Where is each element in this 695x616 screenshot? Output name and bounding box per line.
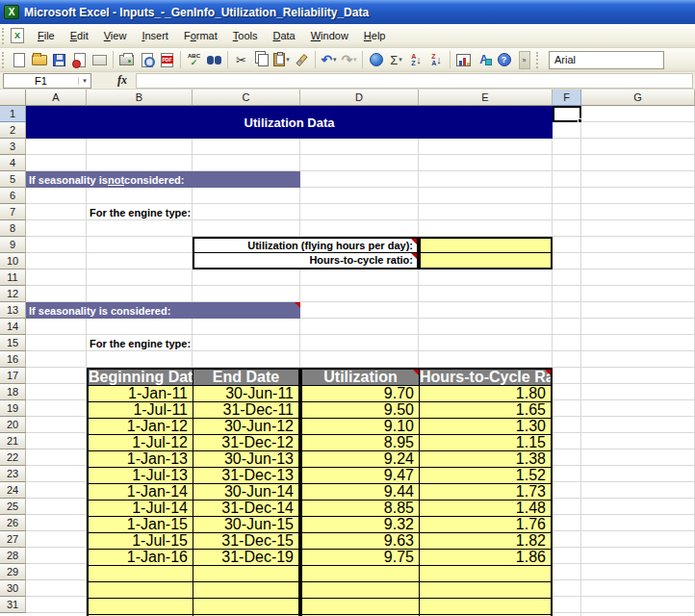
table-cell[interactable]: [302, 582, 419, 598]
column-header-D[interactable]: D: [300, 90, 419, 106]
table-cell[interactable]: 1.76: [419, 517, 551, 532]
table-cell[interactable]: [193, 566, 298, 581]
name-box[interactable]: F1 ▾: [3, 73, 91, 89]
table-cell[interactable]: 9.32: [302, 517, 419, 532]
row-header-29[interactable]: 29: [0, 564, 26, 580]
new-document-icon[interactable]: [9, 50, 29, 70]
table-cell[interactable]: 1.86: [419, 550, 551, 565]
name-box-dropdown-icon[interactable]: ▾: [78, 77, 90, 85]
utilization-label-cell[interactable]: Utilization (flying hours per day):: [194, 239, 417, 253]
row-header-15[interactable]: 15: [0, 335, 26, 351]
select-all-corner[interactable]: [0, 90, 26, 106]
table-cell[interactable]: [302, 566, 419, 581]
row-header-26[interactable]: 26: [0, 515, 26, 531]
row-header-1[interactable]: 1: [0, 106, 26, 122]
autosum-icon-dropdown[interactable]: ▾: [399, 56, 402, 64]
menu-edit[interactable]: Edit: [63, 27, 96, 45]
table-cell[interactable]: 9.24: [302, 451, 419, 467]
table-cell[interactable]: 9.70: [302, 386, 419, 401]
table-header-cell[interactable]: Beginning Date: [89, 370, 193, 385]
redo-icon-dropdown[interactable]: ▾: [353, 56, 357, 64]
row-header-14[interactable]: 14: [0, 319, 26, 335]
menu-view[interactable]: View: [96, 27, 135, 45]
menubar-grip[interactable]: [2, 28, 7, 44]
menu-tools[interactable]: Tools: [225, 27, 266, 45]
row-header-22[interactable]: 22: [0, 449, 26, 466]
table-cell[interactable]: 30-Jun-12: [193, 419, 298, 434]
table-cell[interactable]: 1.15: [419, 435, 551, 450]
row-header-30[interactable]: 30: [0, 580, 26, 597]
table-cell[interactable]: 9.44: [302, 484, 419, 500]
formatting-toolbar-grip[interactable]: [536, 52, 541, 68]
table-cell[interactable]: 31-Dec-19: [193, 550, 298, 565]
table-cell[interactable]: 1.82: [419, 533, 551, 549]
row-header-31[interactable]: 31: [0, 597, 26, 613]
column-header-A[interactable]: A: [26, 90, 87, 106]
table-cell[interactable]: 1.52: [419, 468, 551, 483]
print-preview-icon[interactable]: [137, 50, 157, 70]
row-header-18[interactable]: 18: [0, 384, 26, 400]
row-header-5[interactable]: 5: [0, 171, 26, 188]
row-header-25[interactable]: 25: [0, 499, 26, 515]
cut-icon[interactable]: ✂: [231, 50, 251, 70]
table-cell[interactable]: [89, 599, 193, 614]
pdf-icon[interactable]: PDF: [157, 50, 177, 70]
table-cell[interactable]: 9.63: [302, 533, 419, 549]
research-icon[interactable]: [204, 50, 224, 70]
table-cell[interactable]: 9.10: [302, 419, 419, 434]
row-header-17[interactable]: 17: [0, 368, 26, 384]
table-cell[interactable]: 1.30: [419, 419, 551, 434]
table-header-cell[interactable]: End Date: [193, 370, 298, 385]
sort-descending-icon[interactable]: ZA↓: [426, 50, 447, 70]
column-header-B[interactable]: B: [87, 90, 193, 106]
table-header-cell[interactable]: Hours-to-Cycle Ratio: [419, 370, 551, 385]
menu-format[interactable]: Format: [176, 27, 225, 45]
table-cell[interactable]: 30-Jun-11: [193, 386, 298, 401]
column-header-G[interactable]: G: [581, 90, 695, 106]
undo-icon-dropdown[interactable]: ▾: [333, 56, 337, 64]
menu-window[interactable]: Window: [303, 27, 356, 45]
chart-wizard-icon[interactable]: [453, 50, 474, 70]
row-header-21[interactable]: 21: [0, 433, 26, 449]
table-cell[interactable]: [302, 599, 419, 614]
table-cell[interactable]: 1-Jan-12: [89, 419, 193, 434]
spelling-icon[interactable]: ABC: [184, 50, 204, 70]
table-cell[interactable]: 31-Dec-11: [193, 402, 298, 418]
table-cell[interactable]: 1-Jan-11: [89, 386, 193, 401]
ratio-input-cell[interactable]: [421, 253, 551, 268]
permission-icon[interactable]: [69, 50, 90, 70]
table-cell[interactable]: [89, 566, 193, 581]
toolbar-grip[interactable]: [2, 52, 7, 68]
table-cell[interactable]: 31-Dec-12: [193, 435, 298, 450]
engine-type-label-2[interactable]: For the engine type:: [90, 335, 301, 351]
fill-handle[interactable]: [578, 118, 581, 122]
menu-file[interactable]: File: [30, 27, 63, 45]
table-header-cell[interactable]: Utilization: [302, 370, 419, 385]
workbook-icon[interactable]: X: [11, 28, 24, 43]
copy-icon[interactable]: [251, 50, 271, 70]
open-icon[interactable]: [29, 50, 49, 70]
row-header-13[interactable]: 13: [0, 302, 26, 319]
table-cell[interactable]: [193, 582, 298, 598]
table-cell[interactable]: 9.75: [302, 550, 419, 565]
row-header-4[interactable]: 4: [0, 155, 26, 171]
table-cell[interactable]: [419, 566, 551, 581]
email-icon[interactable]: [90, 50, 110, 70]
font-name-combobox[interactable]: Arial: [549, 51, 664, 69]
row-header-2[interactable]: 2: [0, 122, 26, 139]
table-cell[interactable]: 30-Jun-14: [193, 484, 298, 500]
row-header-24[interactable]: 24: [0, 482, 26, 499]
row-header-11[interactable]: 11: [0, 270, 26, 286]
table-cell[interactable]: [419, 599, 551, 614]
insert-function-button[interactable]: fx: [109, 73, 136, 88]
table-cell[interactable]: 8.85: [302, 500, 419, 516]
row-header-23[interactable]: 23: [0, 466, 26, 482]
paste-icon-dropdown[interactable]: ▾: [286, 56, 290, 64]
formula-input[interactable]: [136, 73, 693, 89]
table-cell[interactable]: [419, 582, 551, 598]
help-icon[interactable]: ?: [494, 50, 514, 70]
sheet-title-cell[interactable]: Utilization Data: [26, 106, 553, 139]
row-header-7[interactable]: 7: [0, 204, 26, 220]
table-cell[interactable]: 31-Dec-14: [193, 500, 298, 516]
table-cell[interactable]: 31-Dec-13: [193, 468, 298, 483]
